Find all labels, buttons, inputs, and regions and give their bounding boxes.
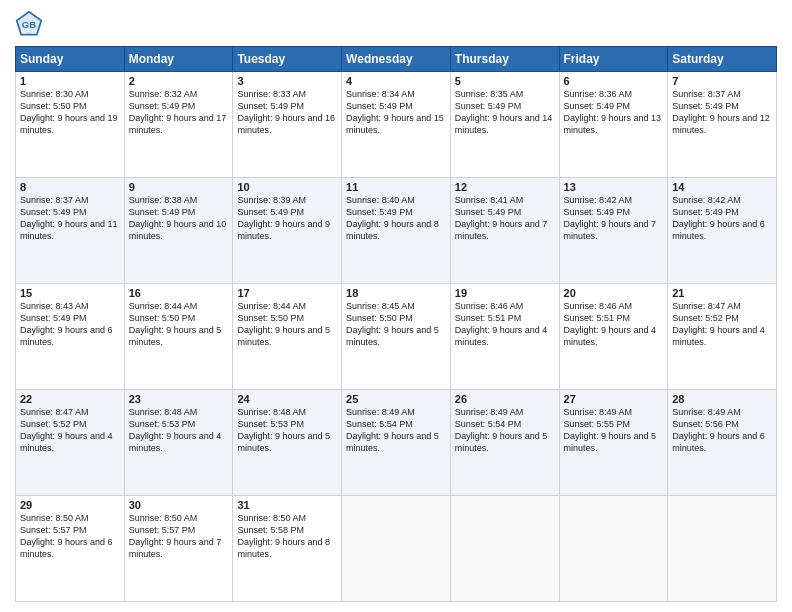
day-number: 13: [564, 181, 664, 193]
calendar-cell: 8Sunrise: 8:37 AMSunset: 5:49 PMDaylight…: [16, 178, 125, 284]
day-number: 12: [455, 181, 555, 193]
cell-info: Sunrise: 8:48 AMSunset: 5:53 PMDaylight:…: [129, 406, 229, 455]
day-number: 6: [564, 75, 664, 87]
cell-info: Sunrise: 8:49 AMSunset: 5:54 PMDaylight:…: [455, 406, 555, 455]
calendar-cell: 31Sunrise: 8:50 AMSunset: 5:58 PMDayligh…: [233, 496, 342, 602]
week-row-2: 8Sunrise: 8:37 AMSunset: 5:49 PMDaylight…: [16, 178, 777, 284]
day-number: 11: [346, 181, 446, 193]
cell-info: Sunrise: 8:47 AMSunset: 5:52 PMDaylight:…: [672, 300, 772, 349]
cell-info: Sunrise: 8:32 AMSunset: 5:49 PMDaylight:…: [129, 88, 229, 137]
calendar-cell: 30Sunrise: 8:50 AMSunset: 5:57 PMDayligh…: [124, 496, 233, 602]
day-number: 9: [129, 181, 229, 193]
calendar-cell: 7Sunrise: 8:37 AMSunset: 5:49 PMDaylight…: [668, 72, 777, 178]
cell-info: Sunrise: 8:44 AMSunset: 5:50 PMDaylight:…: [129, 300, 229, 349]
cell-info: Sunrise: 8:33 AMSunset: 5:49 PMDaylight:…: [237, 88, 337, 137]
calendar-cell: 5Sunrise: 8:35 AMSunset: 5:49 PMDaylight…: [450, 72, 559, 178]
weekday-header-saturday: Saturday: [668, 47, 777, 72]
cell-info: Sunrise: 8:36 AMSunset: 5:49 PMDaylight:…: [564, 88, 664, 137]
calendar-cell: 15Sunrise: 8:43 AMSunset: 5:49 PMDayligh…: [16, 284, 125, 390]
calendar-cell: 22Sunrise: 8:47 AMSunset: 5:52 PMDayligh…: [16, 390, 125, 496]
calendar-cell: 11Sunrise: 8:40 AMSunset: 5:49 PMDayligh…: [342, 178, 451, 284]
cell-info: Sunrise: 8:47 AMSunset: 5:52 PMDaylight:…: [20, 406, 120, 455]
cell-info: Sunrise: 8:40 AMSunset: 5:49 PMDaylight:…: [346, 194, 446, 243]
calendar-table: SundayMondayTuesdayWednesdayThursdayFrid…: [15, 46, 777, 602]
calendar-cell: [450, 496, 559, 602]
week-row-4: 22Sunrise: 8:47 AMSunset: 5:52 PMDayligh…: [16, 390, 777, 496]
cell-info: Sunrise: 8:34 AMSunset: 5:49 PMDaylight:…: [346, 88, 446, 137]
calendar-cell: 14Sunrise: 8:42 AMSunset: 5:49 PMDayligh…: [668, 178, 777, 284]
calendar-cell: 20Sunrise: 8:46 AMSunset: 5:51 PMDayligh…: [559, 284, 668, 390]
cell-info: Sunrise: 8:50 AMSunset: 5:57 PMDaylight:…: [129, 512, 229, 561]
day-number: 19: [455, 287, 555, 299]
day-number: 7: [672, 75, 772, 87]
cell-info: Sunrise: 8:44 AMSunset: 5:50 PMDaylight:…: [237, 300, 337, 349]
header: GB: [15, 10, 777, 38]
day-number: 16: [129, 287, 229, 299]
weekday-header-row: SundayMondayTuesdayWednesdayThursdayFrid…: [16, 47, 777, 72]
day-number: 22: [20, 393, 120, 405]
cell-info: Sunrise: 8:35 AMSunset: 5:49 PMDaylight:…: [455, 88, 555, 137]
week-row-3: 15Sunrise: 8:43 AMSunset: 5:49 PMDayligh…: [16, 284, 777, 390]
day-number: 25: [346, 393, 446, 405]
calendar-cell: 3Sunrise: 8:33 AMSunset: 5:49 PMDaylight…: [233, 72, 342, 178]
cell-info: Sunrise: 8:39 AMSunset: 5:49 PMDaylight:…: [237, 194, 337, 243]
cell-info: Sunrise: 8:43 AMSunset: 5:49 PMDaylight:…: [20, 300, 120, 349]
cell-info: Sunrise: 8:49 AMSunset: 5:55 PMDaylight:…: [564, 406, 664, 455]
day-number: 3: [237, 75, 337, 87]
calendar-cell: 6Sunrise: 8:36 AMSunset: 5:49 PMDaylight…: [559, 72, 668, 178]
day-number: 26: [455, 393, 555, 405]
cell-info: Sunrise: 8:45 AMSunset: 5:50 PMDaylight:…: [346, 300, 446, 349]
day-number: 17: [237, 287, 337, 299]
day-number: 10: [237, 181, 337, 193]
calendar-cell: 12Sunrise: 8:41 AMSunset: 5:49 PMDayligh…: [450, 178, 559, 284]
cell-info: Sunrise: 8:37 AMSunset: 5:49 PMDaylight:…: [672, 88, 772, 137]
calendar-cell: 23Sunrise: 8:48 AMSunset: 5:53 PMDayligh…: [124, 390, 233, 496]
calendar-cell: [559, 496, 668, 602]
day-number: 5: [455, 75, 555, 87]
cell-info: Sunrise: 8:38 AMSunset: 5:49 PMDaylight:…: [129, 194, 229, 243]
calendar-cell: 18Sunrise: 8:45 AMSunset: 5:50 PMDayligh…: [342, 284, 451, 390]
day-number: 1: [20, 75, 120, 87]
calendar-cell: 25Sunrise: 8:49 AMSunset: 5:54 PMDayligh…: [342, 390, 451, 496]
day-number: 30: [129, 499, 229, 511]
calendar-cell: 29Sunrise: 8:50 AMSunset: 5:57 PMDayligh…: [16, 496, 125, 602]
cell-info: Sunrise: 8:37 AMSunset: 5:49 PMDaylight:…: [20, 194, 120, 243]
day-number: 14: [672, 181, 772, 193]
calendar-cell: 19Sunrise: 8:46 AMSunset: 5:51 PMDayligh…: [450, 284, 559, 390]
calendar-cell: 2Sunrise: 8:32 AMSunset: 5:49 PMDaylight…: [124, 72, 233, 178]
weekday-header-friday: Friday: [559, 47, 668, 72]
day-number: 20: [564, 287, 664, 299]
calendar-cell: 13Sunrise: 8:42 AMSunset: 5:49 PMDayligh…: [559, 178, 668, 284]
calendar-cell: 17Sunrise: 8:44 AMSunset: 5:50 PMDayligh…: [233, 284, 342, 390]
calendar-cell: 10Sunrise: 8:39 AMSunset: 5:49 PMDayligh…: [233, 178, 342, 284]
cell-info: Sunrise: 8:30 AMSunset: 5:50 PMDaylight:…: [20, 88, 120, 137]
day-number: 28: [672, 393, 772, 405]
calendar-cell: [668, 496, 777, 602]
day-number: 29: [20, 499, 120, 511]
cell-info: Sunrise: 8:49 AMSunset: 5:54 PMDaylight:…: [346, 406, 446, 455]
cell-info: Sunrise: 8:46 AMSunset: 5:51 PMDaylight:…: [455, 300, 555, 349]
cell-info: Sunrise: 8:41 AMSunset: 5:49 PMDaylight:…: [455, 194, 555, 243]
day-number: 2: [129, 75, 229, 87]
calendar-cell: 16Sunrise: 8:44 AMSunset: 5:50 PMDayligh…: [124, 284, 233, 390]
logo-icon: GB: [15, 10, 43, 38]
cell-info: Sunrise: 8:50 AMSunset: 5:58 PMDaylight:…: [237, 512, 337, 561]
weekday-header-wednesday: Wednesday: [342, 47, 451, 72]
cell-info: Sunrise: 8:50 AMSunset: 5:57 PMDaylight:…: [20, 512, 120, 561]
day-number: 21: [672, 287, 772, 299]
calendar-cell: 1Sunrise: 8:30 AMSunset: 5:50 PMDaylight…: [16, 72, 125, 178]
calendar-cell: 28Sunrise: 8:49 AMSunset: 5:56 PMDayligh…: [668, 390, 777, 496]
weekday-header-thursday: Thursday: [450, 47, 559, 72]
day-number: 4: [346, 75, 446, 87]
calendar-cell: 24Sunrise: 8:48 AMSunset: 5:53 PMDayligh…: [233, 390, 342, 496]
weekday-header-tuesday: Tuesday: [233, 47, 342, 72]
day-number: 15: [20, 287, 120, 299]
day-number: 24: [237, 393, 337, 405]
cell-info: Sunrise: 8:42 AMSunset: 5:49 PMDaylight:…: [564, 194, 664, 243]
week-row-5: 29Sunrise: 8:50 AMSunset: 5:57 PMDayligh…: [16, 496, 777, 602]
day-number: 8: [20, 181, 120, 193]
calendar-cell: 27Sunrise: 8:49 AMSunset: 5:55 PMDayligh…: [559, 390, 668, 496]
cell-info: Sunrise: 8:49 AMSunset: 5:56 PMDaylight:…: [672, 406, 772, 455]
logo-area: GB: [15, 10, 47, 38]
weekday-header-sunday: Sunday: [16, 47, 125, 72]
